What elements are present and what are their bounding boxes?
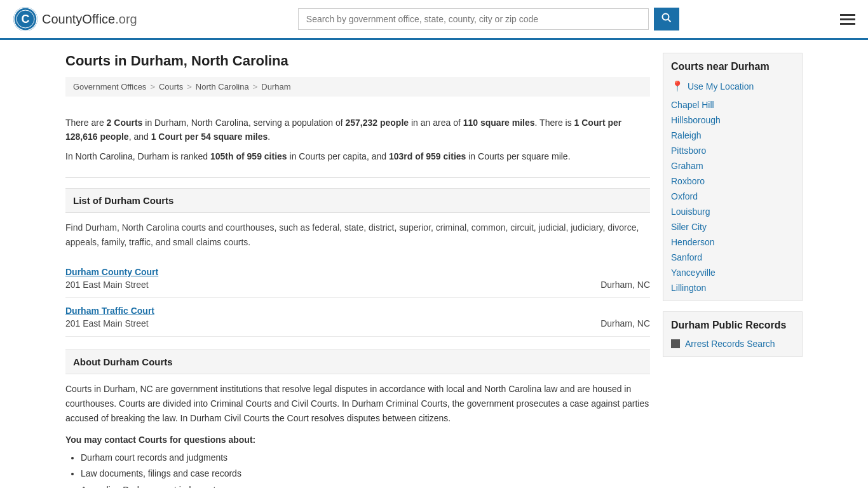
list-section-desc: Find Durham, North Carolina courts and c… (65, 220, 650, 249)
site-header: C CountyOffice.org (0, 0, 868, 40)
records-icon (671, 339, 680, 348)
nearby-city-sanford[interactable]: Sanford (671, 252, 794, 262)
intro-para1: There are 2 Courts in Durham, North Caro… (65, 116, 650, 144)
svg-point-4 (662, 14, 668, 20)
arrest-records-link[interactable]: Arrest Records Search (671, 339, 794, 349)
about-text: Courts in Durham, NC are government inst… (65, 382, 650, 426)
menu-line2 (840, 18, 855, 20)
intro-para2: In North Carolina, Durham is ranked 105t… (65, 149, 650, 163)
content-area: Courts in Durham, North Carolina Governm… (65, 53, 650, 488)
court-item: Durham County Court 201 East Main Street… (65, 259, 650, 298)
breadcrumb-sep-1: > (150, 82, 155, 92)
contact-item-3: Appealing Durham court judgments (81, 482, 650, 488)
nearby-city-raleigh[interactable]: Raleigh (671, 130, 794, 140)
public-records-title: Durham Public Records (671, 320, 794, 331)
nearby-city-links: Chapel Hill Hillsborough Raleigh Pittsbo… (671, 100, 794, 293)
breadcrumb-item-gov-offices[interactable]: Government Offices (73, 82, 146, 92)
nearby-city-henderson[interactable]: Henderson (671, 237, 794, 247)
nearby-city-siler-city[interactable]: Siler City (671, 222, 794, 232)
logo[interactable]: C CountyOffice.org (13, 6, 137, 32)
court-name-traffic[interactable]: Durham Traffic Court (65, 306, 588, 316)
court-city-1: Durham, NC (588, 280, 650, 290)
sidebar: Courts near Durham 📍 Use My Location Cha… (663, 53, 803, 488)
about-section: About Durham Courts Courts in Durham, NC… (65, 349, 650, 488)
nearby-courts-section: Courts near Durham 📍 Use My Location Cha… (663, 53, 803, 301)
breadcrumb-item-courts[interactable]: Courts (159, 82, 183, 92)
breadcrumb: Government Offices > Courts > North Caro… (65, 77, 650, 97)
contact-list: Durham court records and judgments Law d… (65, 450, 650, 488)
court-item-2: Durham Traffic Court 201 East Main Stree… (65, 298, 650, 337)
nearby-city-chapel-hill[interactable]: Chapel Hill (671, 100, 794, 110)
logo-icon: C (13, 6, 38, 32)
nearby-city-lillington[interactable]: Lillington (671, 283, 794, 293)
court-city-2: Durham, NC (588, 318, 650, 329)
nearby-city-roxboro[interactable]: Roxboro (671, 176, 794, 186)
nearby-city-pittsboro[interactable]: Pittsboro (671, 146, 794, 156)
breadcrumb-item-durham[interactable]: Durham (261, 82, 290, 92)
search-area (298, 8, 679, 30)
nearby-city-louisburg[interactable]: Louisburg (671, 207, 794, 217)
about-section-header: About Durham Courts (65, 349, 650, 374)
search-button[interactable] (654, 8, 679, 30)
contact-header: You may contact Courts for questions abo… (65, 435, 650, 445)
menu-button[interactable] (840, 14, 855, 25)
court-name-durham-county[interactable]: Durham County Court (65, 267, 588, 277)
logo-text: CountyOffice.org (42, 12, 137, 26)
main-container: Courts in Durham, North Carolina Governm… (53, 40, 815, 488)
nearby-city-graham[interactable]: Graham (671, 161, 794, 171)
breadcrumb-sep-2: > (187, 82, 192, 92)
nearby-city-hillsborough[interactable]: Hillsborough (671, 115, 794, 125)
location-pin-icon: 📍 (671, 80, 684, 92)
intro-block: There are 2 Courts in Durham, North Caro… (65, 107, 650, 178)
breadcrumb-sep-3: > (253, 82, 258, 92)
contact-item-2: Law documents, filings and case records (81, 466, 650, 482)
use-my-location-link[interactable]: Use My Location (688, 81, 754, 92)
court-address-1: 201 East Main Street (65, 280, 149, 290)
menu-line1 (840, 14, 855, 16)
nearby-title: Courts near Durham (671, 61, 794, 72)
search-icon (661, 13, 672, 23)
court-item-info-1: Durham County Court 201 East Main Street (65, 267, 588, 290)
court-address-2: 201 East Main Street (65, 318, 149, 329)
svg-text:C: C (22, 13, 30, 25)
contact-item-1: Durham court records and judgments (81, 450, 650, 466)
list-section-header: List of Durham Courts (65, 188, 650, 213)
nearby-city-oxford[interactable]: Oxford (671, 191, 794, 201)
location-item: 📍 Use My Location (671, 80, 794, 92)
nearby-city-yanceyville[interactable]: Yanceyville (671, 268, 794, 278)
court-item-info-2: Durham Traffic Court 201 East Main Stree… (65, 306, 588, 329)
menu-line3 (840, 23, 855, 25)
page-title: Courts in Durham, North Carolina (65, 53, 650, 69)
public-records-section: Durham Public Records Arrest Records Sea… (663, 311, 803, 357)
search-input[interactable] (298, 8, 649, 30)
svg-line-5 (668, 20, 670, 22)
breadcrumb-item-nc[interactable]: North Carolina (196, 82, 249, 92)
arrest-records-label: Arrest Records Search (685, 339, 775, 349)
